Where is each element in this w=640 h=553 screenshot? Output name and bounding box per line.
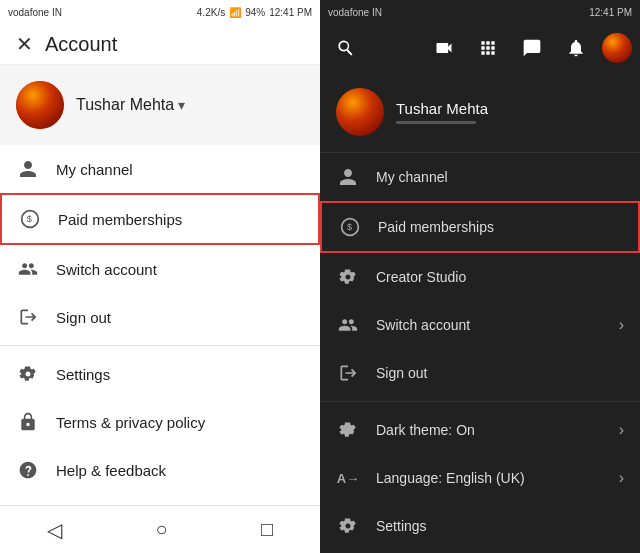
- right-sign-out-icon: [336, 361, 360, 385]
- home-button[interactable]: ○: [131, 510, 191, 549]
- right-dark-theme-icon: [336, 418, 360, 442]
- svg-text:$: $: [27, 214, 32, 224]
- back-button[interactable]: ◁: [23, 510, 86, 550]
- right-menu-sign-out[interactable]: Sign out: [320, 349, 640, 397]
- menu-item-privacy[interactable]: Terms & privacy policy: [0, 398, 320, 446]
- menu-divider: [0, 345, 320, 346]
- channel-icon: [16, 157, 40, 181]
- right-menu-paid-memberships[interactable]: $ Paid memberships: [320, 201, 640, 253]
- switch-chevron-icon: ›: [619, 316, 624, 334]
- right-language-label: Language: English (UK): [376, 470, 603, 486]
- sign-out-label: Sign out: [56, 309, 111, 326]
- right-memberships-icon: $: [338, 215, 362, 239]
- right-dark-theme-label: Dark theme: On: [376, 422, 603, 438]
- lock-icon: [16, 410, 40, 434]
- avatar: [16, 81, 64, 129]
- right-status-bar: vodafone IN 12:41 PM: [320, 0, 640, 24]
- user-name: Tushar Mehta: [76, 96, 174, 114]
- paid-memberships-label: Paid memberships: [58, 211, 182, 228]
- settings-label: Settings: [56, 366, 110, 383]
- left-panel: vodafone IN 4.2K/s 📶 94% 12:41 PM ✕ Acco…: [0, 0, 320, 553]
- settings-icon: [16, 362, 40, 386]
- right-carrier: vodafone IN: [328, 7, 382, 18]
- speed-text: 4.2K/s: [197, 7, 225, 18]
- recents-button[interactable]: □: [237, 510, 297, 549]
- dark-theme-chevron-icon: ›: [619, 421, 624, 439]
- left-header: ✕ Account: [0, 24, 320, 65]
- chevron-down-icon: ▾: [178, 97, 185, 113]
- menu-item-sign-out[interactable]: Sign out: [0, 293, 320, 341]
- right-menu-switch-account[interactable]: Switch account ›: [320, 301, 640, 349]
- right-user-name: Tushar Mehta: [396, 100, 488, 117]
- video-camera-icon[interactable]: [426, 30, 462, 66]
- sign-out-icon: [16, 305, 40, 329]
- right-menu-dark-theme[interactable]: Dark theme: On ›: [320, 406, 640, 454]
- bottom-navigation: ◁ ○ □: [0, 505, 320, 553]
- privacy-label: Terms & privacy policy: [56, 414, 205, 431]
- right-my-channel-label: My channel: [376, 169, 624, 185]
- right-user-avatar[interactable]: [602, 33, 632, 63]
- svg-text:$: $: [347, 222, 352, 232]
- right-settings-label: Settings: [376, 518, 624, 534]
- help-label: Help & feedback: [56, 462, 166, 479]
- right-top-bar: [320, 24, 640, 72]
- user-name-row[interactable]: Tushar Mehta ▾: [76, 96, 185, 114]
- notification-icon[interactable]: [558, 30, 594, 66]
- right-user-section: Tushar Mehta: [320, 72, 640, 153]
- left-status-bar: vodafone IN 4.2K/s 📶 94% 12:41 PM: [0, 0, 320, 24]
- time-text: 12:41 PM: [269, 7, 312, 18]
- right-menu-settings[interactable]: Settings: [320, 502, 640, 550]
- memberships-icon: $: [18, 207, 42, 231]
- right-channel-icon: [336, 165, 360, 189]
- right-language-icon: A→: [336, 466, 360, 490]
- right-sign-out-label: Sign out: [376, 365, 624, 381]
- right-user-subtitle: [396, 121, 476, 124]
- right-settings-icon: [336, 514, 360, 538]
- menu-item-help[interactable]: Help & feedback: [0, 446, 320, 494]
- right-menu-avatar: [336, 88, 384, 136]
- close-button[interactable]: ✕: [16, 32, 33, 56]
- status-icons: 4.2K/s 📶 94% 12:41 PM: [197, 7, 312, 18]
- right-time: 12:41 PM: [589, 7, 632, 18]
- switch-account-icon: [16, 257, 40, 281]
- page-title: Account: [45, 33, 117, 56]
- help-icon: [16, 458, 40, 482]
- switch-account-label: Switch account: [56, 261, 157, 278]
- avatar-image: [16, 81, 64, 129]
- right-menu-creator-studio[interactable]: Creator Studio: [320, 253, 640, 301]
- menu-item-settings[interactable]: Settings: [0, 350, 320, 398]
- battery-text: 94%: [245, 7, 265, 18]
- right-menu-language[interactable]: A→ Language: English (UK) ›: [320, 454, 640, 502]
- grid-icon[interactable]: [470, 30, 506, 66]
- my-channel-label: My channel: [56, 161, 133, 178]
- right-switch-icon: [336, 313, 360, 337]
- language-chevron-icon: ›: [619, 469, 624, 487]
- right-menu-my-channel[interactable]: My channel: [320, 153, 640, 201]
- right-divider-1: [320, 401, 640, 402]
- right-panel: vodafone IN 12:41 PM 1:07:53 Music: [320, 0, 640, 553]
- left-user-section: Tushar Mehta ▾: [0, 65, 320, 145]
- left-menu: My channel $ Paid memberships Switch acc…: [0, 145, 320, 505]
- right-menu-overlay: Tushar Mehta My channel $ Paid membershi…: [320, 72, 640, 553]
- search-icon[interactable]: [328, 30, 364, 66]
- right-user-info: Tushar Mehta: [396, 100, 488, 124]
- carrier-text: vodafone IN: [8, 7, 62, 18]
- menu-item-my-channel[interactable]: My channel: [0, 145, 320, 193]
- menu-item-paid-memberships[interactable]: $ Paid memberships: [0, 193, 320, 245]
- right-creator-studio-icon: [336, 265, 360, 289]
- signal-icon: 📶: [229, 7, 241, 18]
- right-switch-label: Switch account: [376, 317, 603, 333]
- right-creator-studio-label: Creator Studio: [376, 269, 624, 285]
- menu-item-switch-account[interactable]: Switch account: [0, 245, 320, 293]
- right-paid-memberships-label: Paid memberships: [378, 219, 622, 235]
- message-icon[interactable]: [514, 30, 550, 66]
